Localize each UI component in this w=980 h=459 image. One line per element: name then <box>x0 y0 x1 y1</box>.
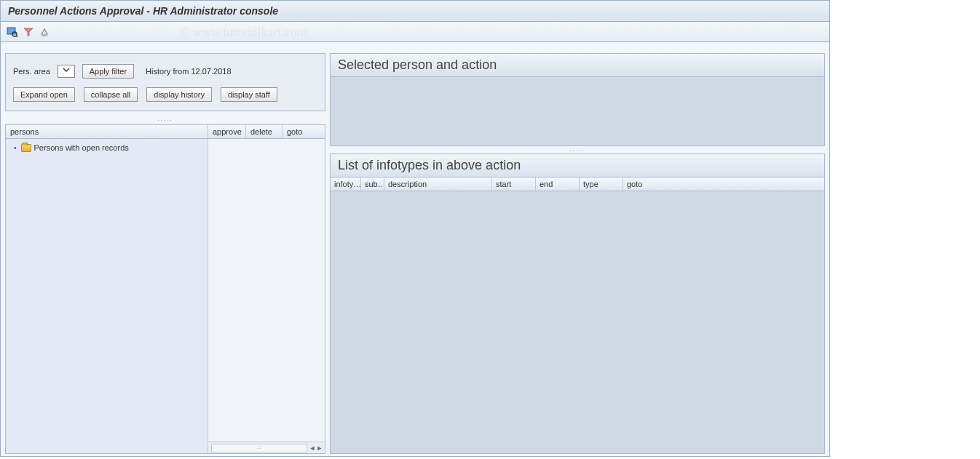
selected-person-panel: Selected person and action <box>330 53 825 146</box>
infotypes-panel: List of infotypes in above action infoty… <box>330 153 825 454</box>
display-staff-button[interactable]: display staff <box>221 87 277 102</box>
tree-header: persons approve delete goto <box>6 125 325 139</box>
infotype-header-description[interactable]: description <box>384 177 492 191</box>
window-title: Personnel Actions Approval - HR Administ… <box>8 5 278 17</box>
left-panel: Pers. area Apply filter History from 12.… <box>5 53 325 454</box>
display-history-button[interactable]: display history <box>146 87 212 102</box>
tree-header-approve[interactable]: approve <box>208 125 246 138</box>
selected-person-title: Selected person and action <box>331 54 824 77</box>
tree-persons-column: • Persons with open records <box>6 139 208 453</box>
svg-rect-0 <box>7 28 15 34</box>
collapse-all-button[interactable]: collapse all <box>84 87 138 102</box>
horizontal-splitter[interactable]: ····· <box>5 119 325 124</box>
right-panel: Selected person and action ····· List of… <box>330 53 825 454</box>
folder-icon <box>21 144 31 152</box>
scroll-left-icon[interactable]: ◄ <box>309 444 316 452</box>
infotypes-header: infoty… sub… description start end type … <box>331 177 824 191</box>
inspect-icon[interactable] <box>7 26 18 38</box>
filter-box: Pers. area Apply filter History from 12.… <box>5 53 325 111</box>
infotypes-title: List of infotypes in above action <box>331 154 824 177</box>
infotypes-body <box>331 191 824 453</box>
bullet-icon: • <box>14 144 17 152</box>
tree-right-columns: ::: ◄ ► <box>208 139 325 453</box>
tree-header-goto[interactable]: goto <box>282 125 319 138</box>
history-from-label: History from 12.07.2018 <box>146 67 231 76</box>
infotype-header-type[interactable]: type <box>580 177 623 191</box>
tree-header-delete[interactable]: delete <box>246 125 282 138</box>
infotype-header-sub[interactable]: sub… <box>361 177 384 191</box>
apply-filter-button[interactable]: Apply filter <box>82 64 134 79</box>
pers-area-dropdown[interactable] <box>58 65 75 78</box>
window-title-bar: Personnel Actions Approval - HR Administ… <box>1 1 829 22</box>
tree-horizontal-scrollbar[interactable]: ::: ◄ ► <box>208 442 325 453</box>
pers-area-label: Pers. area <box>13 67 50 76</box>
persons-tree: persons approve delete goto • Persons wi… <box>5 124 325 454</box>
scroll-track[interactable]: ::: <box>211 444 307 452</box>
filter-icon[interactable] <box>23 26 34 38</box>
tree-body: • Persons with open records ::: ◄ ► <box>6 139 325 453</box>
tree-header-persons[interactable]: persons <box>6 125 208 138</box>
infotype-header-start[interactable]: start <box>492 177 536 191</box>
tree-item-label: Persons with open records <box>34 143 129 152</box>
infotype-header-goto[interactable]: goto <box>623 177 660 191</box>
infotype-header-infoty[interactable]: infoty… <box>331 177 361 191</box>
tree-item[interactable]: • Persons with open records <box>9 142 205 153</box>
expand-open-button[interactable]: Expand open <box>13 87 75 102</box>
infotype-header-end[interactable]: end <box>536 177 580 191</box>
sort-icon[interactable] <box>39 26 50 38</box>
svg-line-2 <box>16 36 17 37</box>
selected-person-body <box>331 77 824 145</box>
application-toolbar <box>1 22 829 42</box>
main-content: Pers. area Apply filter History from 12.… <box>1 42 829 457</box>
scroll-right-icon[interactable]: ► <box>316 444 323 452</box>
app-window: Personnel Actions Approval - HR Administ… <box>0 0 830 457</box>
